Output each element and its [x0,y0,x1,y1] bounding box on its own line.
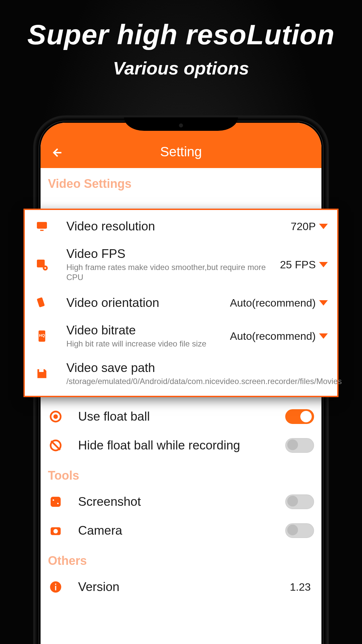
setting-label: Use float ball [78,410,285,424]
chevron-down-icon [319,224,328,229]
setting-desc: High bit rate will increase video file s… [66,339,230,349]
setting-label: Video orientation [66,296,230,310]
monitor-icon [34,219,50,234]
save-icon [34,366,50,381]
toggle-camera[interactable] [285,523,314,538]
svg-rect-8 [55,586,56,590]
toggle-float-ball[interactable] [285,409,314,424]
setting-label: Video resolution [66,219,291,233]
app-bar-title: Setting [160,144,202,159]
setting-version: Version 1.23 [41,573,321,601]
svg-point-1 [53,414,58,419]
chevron-down-icon [319,333,328,339]
hero-subtitle: Various options [0,58,362,78]
toggle-hide-float[interactable] [285,438,314,453]
setting-float-ball[interactable]: Use float ball [41,402,321,431]
setting-hide-float[interactable]: Hide float ball while recording [41,431,321,460]
film-search-icon [34,257,50,272]
rotate-device-icon [34,295,50,311]
section-video-header: Video Settings [41,168,321,196]
promo-hero: Super high resoLution Various options [0,18,362,78]
setting-label: Camera [78,524,285,538]
back-arrow-icon[interactable] [50,146,63,159]
setting-label: Video save path [66,361,328,375]
svg-rect-3 [51,497,61,507]
setting-orientation[interactable]: Video orientation Auto(recommend) [25,288,337,317]
svg-point-5 [53,529,58,533]
setting-resolution[interactable]: Video resolution 720P [25,212,337,241]
setting-label: Version [78,580,290,594]
hero-title: Super high resoLution [0,18,362,51]
target-slash-icon [48,438,63,453]
setting-desc: /storage/emulated/0/Android/data/com.nic… [66,376,328,386]
svg-rect-14 [37,297,45,308]
svg-text:HQ: HQ [39,333,45,337]
setting-desc: High frame rates make video smoother,but… [66,262,280,282]
setting-screenshot[interactable]: Screenshot [41,487,321,516]
toggle-screenshot[interactable] [285,494,314,509]
setting-value: Auto(recommend) [230,330,316,342]
svg-rect-7 [55,584,56,585]
svg-rect-17 [39,369,44,372]
setting-label: Video FPS [66,247,280,261]
setting-bitrate[interactable]: HQ Video bitrate High bit rate will incr… [25,317,337,355]
hq-phone-icon: HQ [34,328,50,344]
expand-icon [48,494,63,509]
chevron-down-icon [319,300,328,306]
setting-camera[interactable]: Camera [41,516,321,545]
setting-label: Screenshot [78,495,285,509]
setting-value: 1.23 [290,581,311,593]
chevron-down-icon [319,262,328,267]
setting-value: 720P [291,220,316,233]
highlight-card-video-settings: Video resolution 720P Video FPS High fra… [23,209,339,397]
svg-rect-9 [37,222,47,229]
setting-label: Video bitrate [66,323,230,337]
setting-save-path[interactable]: Video save path /storage/emulated/0/Andr… [25,355,337,392]
section-others-header: Others [41,545,321,573]
phone-notch [124,117,238,131]
setting-fps[interactable]: Video FPS High frame rates make video sm… [25,241,337,288]
setting-label: Hide float ball while recording [78,438,285,452]
setting-value: Auto(recommend) [230,297,316,309]
svg-rect-10 [40,230,44,231]
section-tools-header: Tools [41,460,321,487]
camera-icon [48,523,63,538]
info-icon [48,579,63,595]
setting-value: 25 FPS [280,259,316,271]
record-dot-icon [48,409,63,424]
